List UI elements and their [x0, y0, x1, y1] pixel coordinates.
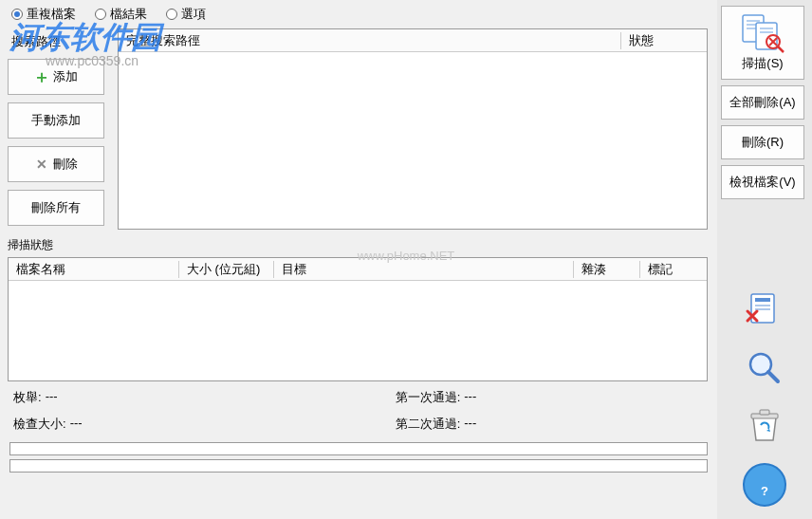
- tab-label: 選項: [181, 6, 206, 23]
- stats-panel: 枚舉: --- 檢查大小: --- 第一次通過: --- 第二次通過: ---: [4, 381, 713, 440]
- col-header-mark[interactable]: 標記: [640, 261, 707, 278]
- x-icon: ✕: [34, 157, 49, 172]
- col-header-status[interactable]: 狀態: [621, 32, 707, 49]
- scan-button[interactable]: 掃描(S): [721, 6, 804, 80]
- second-pass-value: ---: [464, 416, 476, 433]
- svg-rect-12: [755, 298, 770, 302]
- delete-all-right-button[interactable]: 全部刪除(A): [721, 85, 804, 120]
- recycle-bin-icon-button[interactable]: [739, 399, 790, 451]
- enum-value: ---: [46, 389, 58, 406]
- tab-options[interactable]: 選項: [166, 6, 206, 23]
- radio-icon: [11, 9, 23, 20]
- manual-add-button[interactable]: 手動添加: [8, 102, 104, 139]
- col-header-path[interactable]: 完整搜索路徑: [119, 32, 621, 49]
- scan-icon: [739, 13, 786, 55]
- first-pass-value: ---: [464, 389, 476, 406]
- tab-label: 重複檔案: [27, 6, 76, 23]
- search-icon-button[interactable]: [739, 343, 790, 394]
- tab-duplicate-files[interactable]: 重複檔案: [11, 6, 76, 23]
- svg-line-8: [778, 46, 784, 52]
- add-button[interactable]: ＋ 添加: [8, 59, 104, 95]
- help-icon-button[interactable]: ?: [739, 456, 790, 513]
- delete-all-button[interactable]: 刪除所有: [8, 190, 104, 226]
- radio-icon: [166, 9, 177, 20]
- document-delete-icon-button[interactable]: [739, 286, 790, 337]
- second-pass-label: 第二次通過:: [396, 416, 461, 433]
- col-header-size[interactable]: 大小 (位元組): [179, 261, 274, 278]
- check-size-label: 檢查大小:: [13, 416, 66, 433]
- tab-results[interactable]: 檔結果: [95, 6, 147, 23]
- search-path-table: 完整搜索路徑 狀態: [118, 28, 708, 230]
- enum-label: 枚舉:: [13, 389, 42, 406]
- delete-button[interactable]: ✕ 刪除: [8, 146, 104, 182]
- tab-label: 檔結果: [110, 6, 147, 23]
- result-table-body[interactable]: [9, 281, 707, 380]
- delete-right-button[interactable]: 刪除(R): [721, 125, 804, 159]
- col-header-hash[interactable]: 雜湊: [574, 261, 640, 278]
- check-size-value: ---: [70, 416, 83, 433]
- col-header-filename[interactable]: 檔案名稱: [9, 261, 179, 278]
- search-path-label: 搜索路徑: [8, 32, 104, 51]
- progress-bar-2: [9, 459, 708, 473]
- view-file-button[interactable]: 檢視檔案(V): [721, 165, 804, 199]
- scan-status-label: 掃描狀態: [8, 237, 713, 253]
- first-pass-label: 第一次通過:: [396, 389, 461, 406]
- svg-line-16: [768, 372, 778, 381]
- radio-icon: [95, 9, 106, 20]
- path-table-body[interactable]: [119, 52, 707, 204]
- tab-bar: 重複檔案 檔結果 選項: [4, 4, 713, 25]
- svg-rect-18: [760, 410, 769, 415]
- svg-text:?: ?: [761, 484, 768, 498]
- plus-icon: ＋: [34, 69, 49, 84]
- col-header-target[interactable]: 目標: [274, 261, 574, 278]
- result-table: 檔案名稱 大小 (位元組) 目標 雜湊 標記: [8, 257, 708, 381]
- progress-bar-1: [9, 442, 708, 455]
